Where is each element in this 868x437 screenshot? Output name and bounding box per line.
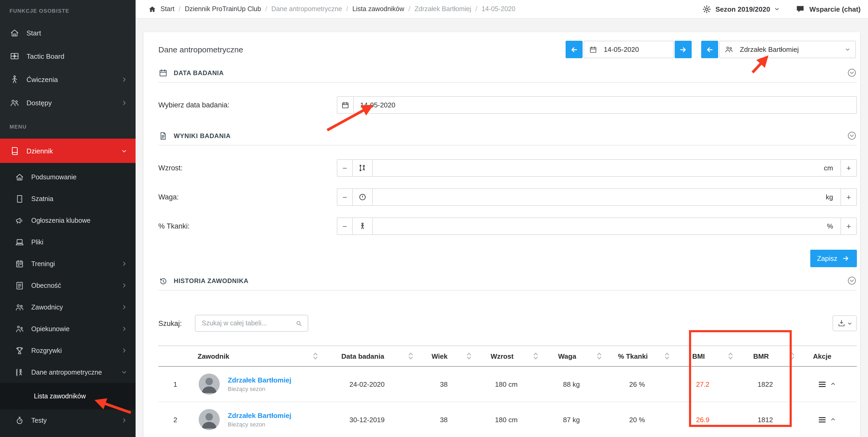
weight-minus-button[interactable]: − <box>337 188 353 206</box>
search-input[interactable] <box>201 319 295 328</box>
sort-icon[interactable] <box>597 352 601 360</box>
table-header-zawodnik[interactable]: Zawodnik <box>192 352 319 360</box>
chat-icon[interactable] <box>796 4 805 14</box>
height-unit: cm <box>824 164 840 172</box>
arrow-left-icon <box>705 45 714 54</box>
chevron-down-icon <box>847 321 852 326</box>
home-icon <box>15 172 24 182</box>
breadcrumb-item[interactable]: Lista zawodników <box>342 5 404 13</box>
sidebar-item-label: Ćwiczenia <box>27 75 58 83</box>
sidebar-item-label: Zawodnicy <box>31 303 63 311</box>
row-actions-button[interactable] <box>796 380 857 389</box>
save-button[interactable]: Zapisz <box>810 250 857 267</box>
chevron-right-icon <box>121 326 127 332</box>
breadcrumb-item[interactable]: Zdrzałek Bartłomiej <box>404 5 471 13</box>
table-header-bmr[interactable]: BMR <box>735 352 796 360</box>
sidebar-item-dostepy[interactable]: Dostępy <box>0 91 135 114</box>
weight-input[interactable] <box>373 193 826 201</box>
collapse-chevron-icon[interactable] <box>847 131 857 141</box>
sidebar-item-treningi[interactable]: Treningi <box>0 253 135 275</box>
header-date-input[interactable] <box>597 45 668 54</box>
sidebar-item-zawodnicy[interactable]: Zawodnicy <box>0 296 135 318</box>
cell-age: 38 <box>415 415 473 424</box>
weight-unit: kg <box>826 193 840 201</box>
sidebar-item-label: Opiekunowie <box>31 325 70 333</box>
weight-plus-button[interactable]: + <box>841 188 857 206</box>
sidebar-item-rozgrywki[interactable]: Rozgrywki <box>0 340 135 361</box>
home-icon[interactable] <box>148 5 156 13</box>
bodyfat-plus-button[interactable]: + <box>841 217 857 235</box>
table-header-waga[interactable]: Waga <box>540 352 603 360</box>
date-navigator <box>566 41 692 58</box>
sidebar-item-pliki[interactable]: Pliki <box>0 231 135 253</box>
bodyfat-minus-button[interactable]: − <box>337 217 353 235</box>
player-prev-button[interactable] <box>701 41 718 58</box>
bodyfat-icon <box>353 217 373 235</box>
sort-icon[interactable] <box>728 352 733 360</box>
player-link[interactable]: Zdrzałek Bartłomiej <box>228 376 291 384</box>
breadcrumb-item[interactable]: Dziennik ProTrainUp Club <box>175 5 261 13</box>
sidebar-item-szatnia[interactable]: Szatnia <box>0 188 135 209</box>
season-selector[interactable]: Sezon 2019/2020 <box>715 5 770 13</box>
table-header-tkanki[interactable]: % Tkanki <box>603 352 671 360</box>
trophy-icon <box>15 346 24 355</box>
exercise-icon <box>9 74 20 85</box>
collapse-chevron-icon[interactable] <box>847 68 857 78</box>
sort-icon[interactable] <box>408 352 413 360</box>
table-header-data-badania[interactable]: Data badania <box>319 352 415 360</box>
exam-date-input[interactable] <box>354 101 856 109</box>
save-button-label: Zapisz <box>817 255 837 262</box>
table-header-bmi[interactable]: BMI <box>671 352 735 360</box>
sidebar-item-ogloszenia[interactable]: Ogłoszenia klubowe <box>0 209 135 231</box>
sidebar-item-start[interactable]: Start <box>0 21 135 44</box>
sort-icon[interactable] <box>789 352 795 360</box>
table-header-akcje: Akcje <box>796 352 857 360</box>
sidebar-item-tactic-board[interactable]: Ćwiczenia Tactic Board <box>0 44 135 68</box>
header-date-field[interactable] <box>584 41 674 58</box>
sidebar-item-podsumowanie[interactable]: Podsumowanie <box>0 166 135 188</box>
search-field <box>195 315 308 332</box>
sidebar-item-testy[interactable]: Testy <box>0 409 135 431</box>
cell-fat: 26 % <box>603 380 671 388</box>
chevron-down-icon <box>121 148 127 154</box>
search-label: Szukaj: <box>158 319 195 327</box>
export-button[interactable] <box>833 315 857 331</box>
sidebar-item-opiekunowie[interactable]: Opiekunowie <box>0 318 135 340</box>
support-chat-link[interactable]: Wsparcie (chat) <box>809 5 861 13</box>
sidebar-item-cwiczenia[interactable]: Ćwiczenia <box>0 68 135 91</box>
gear-icon[interactable] <box>702 4 711 13</box>
sidebar-item-obecnosc[interactable]: Obecność <box>0 275 135 296</box>
sidebar-item-dane-antropometryczne[interactable]: Dane antropometryczne <box>0 361 135 383</box>
table-row: 2 Zdrzałek Bartłomiej Bieżący sezon 30-1… <box>158 402 857 437</box>
player-link[interactable]: Zdrzałek Bartłomiej <box>228 412 291 419</box>
row-actions-button[interactable] <box>796 415 857 424</box>
date-prev-button[interactable] <box>566 41 583 58</box>
sort-icon[interactable] <box>533 352 538 360</box>
height-icon <box>353 159 373 177</box>
player-select[interactable]: Zdrzałek Bartłomiej <box>719 41 856 58</box>
date-next-button[interactable] <box>675 41 692 58</box>
height-input[interactable] <box>373 164 824 172</box>
ruler-person-icon <box>15 367 24 377</box>
breadcrumb-item[interactable]: Start <box>160 5 175 13</box>
breadcrumb-item[interactable]: Dane antropometryczne <box>261 5 342 13</box>
cell-height: 180 cm <box>473 415 540 424</box>
sort-icon[interactable] <box>313 352 318 360</box>
chevron-right-icon <box>121 304 127 310</box>
collapse-chevron-icon[interactable] <box>847 276 857 286</box>
player-season: Bieżący sezon <box>228 421 291 428</box>
height-plus-button[interactable]: + <box>841 159 857 177</box>
sort-icon[interactable] <box>664 352 670 360</box>
table-header-wzrost[interactable]: Wzrost <box>473 352 540 360</box>
player-select-value: Zdrzałek Bartłomiej <box>740 45 799 54</box>
table-header-wiek[interactable]: Wiek <box>415 352 473 360</box>
sidebar-item-dziennik[interactable]: Dziennik <box>0 139 135 163</box>
bodyfat-unit: % <box>827 222 840 230</box>
stopwatch-icon <box>15 415 24 425</box>
sort-icon[interactable] <box>467 352 471 360</box>
users-icon <box>724 45 734 54</box>
height-minus-button[interactable]: − <box>337 159 353 177</box>
history-table: Zawodnik Data badania Wiek Wzrost Waga %… <box>158 345 857 437</box>
sidebar-item-lista-zawodnikow[interactable]: Lista zawodników <box>0 383 135 409</box>
bodyfat-input[interactable] <box>373 222 827 230</box>
